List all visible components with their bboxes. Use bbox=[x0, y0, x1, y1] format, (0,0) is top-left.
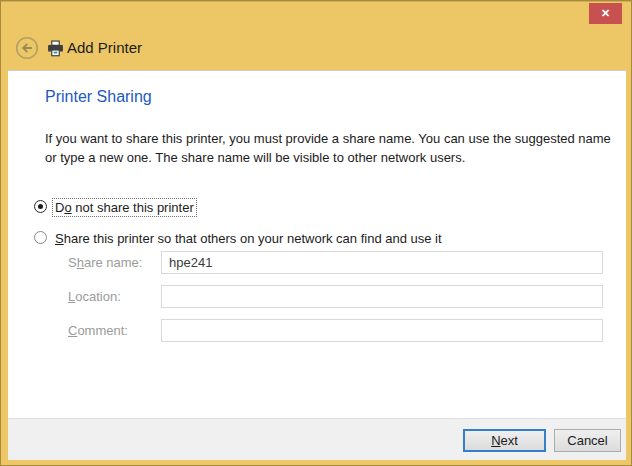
radio-option-share[interactable]: Share this printer so that others on you… bbox=[34, 229, 445, 248]
comment-field[interactable] bbox=[161, 319, 603, 342]
location-field[interactable] bbox=[161, 285, 603, 308]
radio-option-do-not-share[interactable]: Do not share this printer bbox=[34, 198, 197, 217]
back-button[interactable] bbox=[15, 36, 39, 60]
share-name-label: Share name: bbox=[68, 255, 142, 270]
back-arrow-icon bbox=[15, 36, 39, 60]
add-printer-wizard-window: ✕ Add Printer Printer Sharing If you wan… bbox=[0, 0, 632, 466]
cancel-button[interactable]: Cancel bbox=[554, 429, 621, 452]
radio-button-icon[interactable] bbox=[34, 200, 47, 213]
page-title: Printer Sharing bbox=[45, 88, 152, 106]
page-description: If you want to share this printer, you m… bbox=[45, 129, 623, 167]
location-label: Location: bbox=[68, 289, 121, 304]
share-name-field[interactable] bbox=[161, 251, 603, 274]
printer-icon bbox=[47, 40, 64, 57]
window-title: Add Printer bbox=[67, 39, 142, 56]
close-icon: ✕ bbox=[601, 8, 610, 19]
close-button[interactable]: ✕ bbox=[589, 3, 622, 24]
next-button[interactable]: Next bbox=[463, 429, 546, 452]
radio-label-share[interactable]: Share this printer so that others on you… bbox=[52, 229, 445, 248]
comment-label: Comment: bbox=[68, 323, 128, 338]
radio-label-do-not-share[interactable]: Do not share this printer bbox=[52, 198, 197, 217]
radio-button-icon[interactable] bbox=[34, 231, 47, 244]
